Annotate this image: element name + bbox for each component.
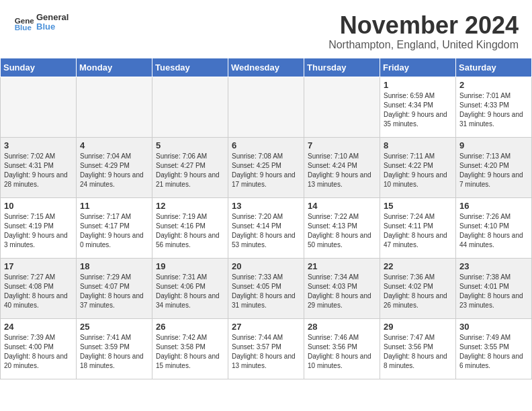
calendar-cell: 4Sunrise: 7:04 AM Sunset: 4:29 PM Daylig…: [77, 137, 152, 197]
calendar-cell: [1, 77, 77, 137]
calendar-cell: 24Sunrise: 7:39 AM Sunset: 4:00 PM Dayli…: [1, 318, 77, 379]
day-number: 4: [80, 140, 148, 150]
calendar-week-row: 10Sunrise: 7:15 AM Sunset: 4:19 PM Dayli…: [1, 197, 532, 258]
calendar-cell: 14Sunrise: 7:22 AM Sunset: 4:13 PM Dayli…: [304, 197, 380, 258]
logo-general: General: [36, 13, 69, 22]
calendar-cell: 26Sunrise: 7:42 AM Sunset: 3:58 PM Dayli…: [152, 318, 228, 379]
day-info: Sunrise: 7:01 AM Sunset: 4:33 PM Dayligh…: [459, 91, 528, 129]
calendar-cell: [152, 77, 228, 137]
day-info: Sunrise: 7:46 AM Sunset: 3:56 PM Dayligh…: [308, 333, 376, 371]
day-number: 2: [459, 80, 528, 90]
calendar-cell: 12Sunrise: 7:19 AM Sunset: 4:16 PM Dayli…: [152, 197, 228, 258]
day-info: Sunrise: 7:31 AM Sunset: 4:06 PM Dayligh…: [156, 273, 224, 310]
calendar-header-row: SundayMondayTuesdayWednesdayThursdayFrid…: [1, 58, 532, 77]
day-info: Sunrise: 7:29 AM Sunset: 4:07 PM Dayligh…: [80, 273, 148, 310]
day-info: Sunrise: 7:15 AM Sunset: 4:19 PM Dayligh…: [4, 212, 73, 250]
calendar-week-row: 17Sunrise: 7:27 AM Sunset: 4:08 PM Dayli…: [1, 258, 532, 318]
calendar-cell: 30Sunrise: 7:49 AM Sunset: 3:55 PM Dayli…: [456, 318, 532, 379]
day-info: Sunrise: 7:04 AM Sunset: 4:29 PM Dayligh…: [80, 152, 148, 189]
day-number: 11: [80, 201, 148, 211]
day-info: Sunrise: 7:13 AM Sunset: 4:20 PM Dayligh…: [459, 152, 528, 189]
day-number: 30: [459, 322, 528, 332]
weekday-header-sunday: Sunday: [1, 58, 77, 77]
logo-icon: General Blue: [13, 12, 34, 32]
calendar-week-row: 24Sunrise: 7:39 AM Sunset: 4:00 PM Dayli…: [1, 318, 532, 379]
day-info: Sunrise: 7:26 AM Sunset: 4:10 PM Dayligh…: [459, 212, 528, 250]
day-info: Sunrise: 7:08 AM Sunset: 4:25 PM Dayligh…: [232, 152, 300, 189]
calendar-cell: 7Sunrise: 7:10 AM Sunset: 4:24 PM Daylig…: [304, 137, 380, 197]
calendar-cell: 2Sunrise: 7:01 AM Sunset: 4:33 PM Daylig…: [456, 77, 532, 137]
calendar-cell: 13Sunrise: 7:20 AM Sunset: 4:14 PM Dayli…: [228, 197, 304, 258]
day-number: 29: [384, 322, 452, 332]
calendar-cell: 16Sunrise: 7:26 AM Sunset: 4:10 PM Dayli…: [456, 197, 532, 258]
weekday-header-friday: Friday: [380, 58, 456, 77]
calendar-cell: 19Sunrise: 7:31 AM Sunset: 4:06 PM Dayli…: [152, 258, 228, 318]
day-info: Sunrise: 7:11 AM Sunset: 4:22 PM Dayligh…: [384, 152, 452, 189]
calendar-cell: 21Sunrise: 7:34 AM Sunset: 4:03 PM Dayli…: [304, 258, 380, 318]
day-info: Sunrise: 7:06 AM Sunset: 4:27 PM Dayligh…: [156, 152, 224, 189]
day-info: Sunrise: 7:36 AM Sunset: 4:02 PM Dayligh…: [384, 273, 452, 310]
calendar-table: SundayMondayTuesdayWednesdayThursdayFrid…: [0, 58, 532, 379]
weekday-header-thursday: Thursday: [304, 58, 380, 77]
calendar-cell: [228, 77, 304, 137]
day-number: 14: [308, 201, 376, 211]
day-info: Sunrise: 7:19 AM Sunset: 4:16 PM Dayligh…: [156, 212, 224, 250]
day-info: Sunrise: 6:59 AM Sunset: 4:34 PM Dayligh…: [384, 91, 452, 129]
calendar-cell: 17Sunrise: 7:27 AM Sunset: 4:08 PM Dayli…: [1, 258, 77, 318]
calendar-cell: 6Sunrise: 7:08 AM Sunset: 4:25 PM Daylig…: [228, 137, 304, 197]
day-number: 18: [80, 261, 148, 271]
logo: General Blue General Blue: [13, 12, 69, 32]
day-number: 9: [459, 140, 528, 150]
page-header: General Blue General Blue November 2024 …: [0, 0, 532, 58]
day-info: Sunrise: 7:20 AM Sunset: 4:14 PM Dayligh…: [232, 212, 300, 250]
day-info: Sunrise: 7:39 AM Sunset: 4:00 PM Dayligh…: [4, 333, 73, 371]
day-number: 15: [384, 201, 452, 211]
calendar-cell: 10Sunrise: 7:15 AM Sunset: 4:19 PM Dayli…: [1, 197, 77, 258]
calendar-cell: 9Sunrise: 7:13 AM Sunset: 4:20 PM Daylig…: [456, 137, 532, 197]
day-info: Sunrise: 7:17 AM Sunset: 4:17 PM Dayligh…: [80, 212, 148, 250]
day-number: 25: [80, 322, 148, 332]
weekday-header-monday: Monday: [77, 58, 152, 77]
day-number: 23: [459, 261, 528, 271]
day-info: Sunrise: 7:27 AM Sunset: 4:08 PM Dayligh…: [4, 273, 73, 310]
day-number: 19: [156, 261, 224, 271]
day-info: Sunrise: 7:42 AM Sunset: 3:58 PM Dayligh…: [156, 333, 224, 371]
calendar-cell: 27Sunrise: 7:44 AM Sunset: 3:57 PM Dayli…: [228, 318, 304, 379]
day-info: Sunrise: 7:49 AM Sunset: 3:55 PM Dayligh…: [459, 333, 528, 371]
calendar-cell: 11Sunrise: 7:17 AM Sunset: 4:17 PM Dayli…: [77, 197, 152, 258]
logo-blue: Blue: [36, 22, 69, 32]
day-info: Sunrise: 7:47 AM Sunset: 3:56 PM Dayligh…: [384, 333, 452, 371]
calendar-cell: 20Sunrise: 7:33 AM Sunset: 4:05 PM Dayli…: [228, 258, 304, 318]
day-number: 20: [232, 261, 300, 271]
calendar-cell: 15Sunrise: 7:24 AM Sunset: 4:11 PM Dayli…: [380, 197, 456, 258]
calendar-cell: 23Sunrise: 7:38 AM Sunset: 4:01 PM Dayli…: [456, 258, 532, 318]
day-info: Sunrise: 7:34 AM Sunset: 4:03 PM Dayligh…: [308, 273, 376, 310]
title-block: November 2024 Northampton, England, Unit…: [328, 12, 519, 51]
day-number: 16: [459, 201, 528, 211]
day-number: 6: [232, 140, 300, 150]
day-number: 28: [308, 322, 376, 332]
day-number: 24: [4, 322, 73, 332]
month-title: November 2024: [328, 12, 519, 39]
svg-text:Blue: Blue: [15, 23, 32, 32]
calendar-cell: 22Sunrise: 7:36 AM Sunset: 4:02 PM Dayli…: [380, 258, 456, 318]
calendar-cell: 25Sunrise: 7:41 AM Sunset: 3:59 PM Dayli…: [77, 318, 152, 379]
day-number: 1: [384, 80, 452, 90]
day-number: 17: [4, 261, 73, 271]
calendar-cell: 5Sunrise: 7:06 AM Sunset: 4:27 PM Daylig…: [152, 137, 228, 197]
day-number: 12: [156, 201, 224, 211]
day-info: Sunrise: 7:24 AM Sunset: 4:11 PM Dayligh…: [384, 212, 452, 250]
location: Northampton, England, United Kingdom: [328, 39, 519, 51]
day-info: Sunrise: 7:02 AM Sunset: 4:31 PM Dayligh…: [4, 152, 73, 189]
day-info: Sunrise: 7:33 AM Sunset: 4:05 PM Dayligh…: [232, 273, 300, 310]
calendar-cell: 8Sunrise: 7:11 AM Sunset: 4:22 PM Daylig…: [380, 137, 456, 197]
day-number: 5: [156, 140, 224, 150]
day-info: Sunrise: 7:44 AM Sunset: 3:57 PM Dayligh…: [232, 333, 300, 371]
calendar-cell: 28Sunrise: 7:46 AM Sunset: 3:56 PM Dayli…: [304, 318, 380, 379]
day-number: 10: [4, 201, 73, 211]
day-number: 8: [384, 140, 452, 150]
day-number: 3: [4, 140, 73, 150]
calendar-cell: [77, 77, 152, 137]
calendar-week-row: 1Sunrise: 6:59 AM Sunset: 4:34 PM Daylig…: [1, 77, 532, 137]
day-number: 7: [308, 140, 376, 150]
